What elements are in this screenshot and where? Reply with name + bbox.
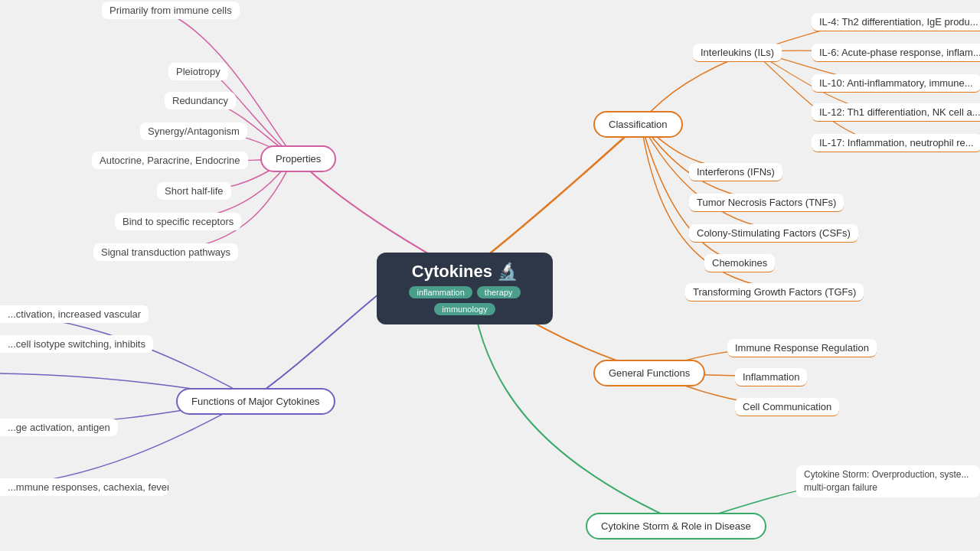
gen-func-item-0: Immune Response Regulation [727, 339, 877, 357]
tag-therapy[interactable]: therapy [477, 286, 521, 298]
csfs-node: Colony-Stimulating Factors (CSFs) [689, 224, 858, 243]
interferons-node: Interferons (IFNs) [689, 163, 782, 181]
gen-func-item-2: Cell Communication [735, 398, 839, 416]
il-item-2: IL-10: Anti-inflammatory, immune... [812, 74, 980, 93]
prop-item-0: Primarily from immune cells [102, 2, 240, 19]
func-item-0: ...ctivation, increased vascular [0, 305, 149, 323]
func-item-1: ...cell isotype switching, inhibits [0, 335, 153, 353]
func-item-2: ...ge activation, antigen [0, 419, 118, 436]
interleukins-node: Interleukins (ILs) [693, 44, 782, 62]
prop-item-5: Short half-life [157, 182, 231, 200]
general-functions-node[interactable]: General Functions [593, 360, 705, 386]
prop-item-6: Bind to specific receptors [115, 213, 241, 230]
classification-node[interactable]: Classification [593, 111, 683, 138]
gen-func-item-1: Inflammation [735, 368, 807, 386]
il-item-4: IL-17: Inflammation, neutrophil re... [812, 134, 980, 152]
func-item-3: ...mmune responses, cachexia, fever [0, 478, 168, 496]
il-item-3: IL-12: Th1 differentiation, NK cell a... [812, 103, 980, 122]
il-item-1: IL-6: Acute-phase response, inflam... [812, 44, 980, 62]
tag-inflammation[interactable]: inflammation [409, 286, 472, 298]
prop-item-2: Redundancy [165, 92, 236, 109]
chemokines-node: Chemokines [704, 254, 775, 272]
center-title: Cytokines 🔬 [392, 262, 537, 282]
il-item-0: IL-4: Th2 differentiation, IgE produ... [812, 13, 980, 31]
center-node: Cytokines 🔬 inflammation therapy immunol… [377, 253, 553, 324]
tgfs-node: Transforming Growth Factors (TGFs) [685, 283, 864, 302]
tag-immunology[interactable]: immunology [434, 303, 495, 315]
prop-item-1: Pleiotropy [168, 63, 228, 80]
functions-major-node[interactable]: Functions of Major Cytokines [176, 388, 335, 415]
prop-item-4: Autocrine, Paracrine, Endocrine [92, 152, 248, 169]
cytokine-storm-item-0: Cytokine Storm: Overproduction, syste...… [796, 465, 980, 497]
cytokine-storm-node[interactable]: Cytokine Storm & Role in Disease [586, 513, 766, 540]
prop-item-7: Signal transduction pathways [93, 243, 238, 261]
prop-item-3: Synergy/Antagonism [140, 122, 247, 140]
center-tags: inflammation therapy immunology [392, 286, 537, 315]
properties-node[interactable]: Properties [260, 145, 336, 172]
tnfs-node: Tumor Necrosis Factors (TNFs) [689, 194, 844, 212]
